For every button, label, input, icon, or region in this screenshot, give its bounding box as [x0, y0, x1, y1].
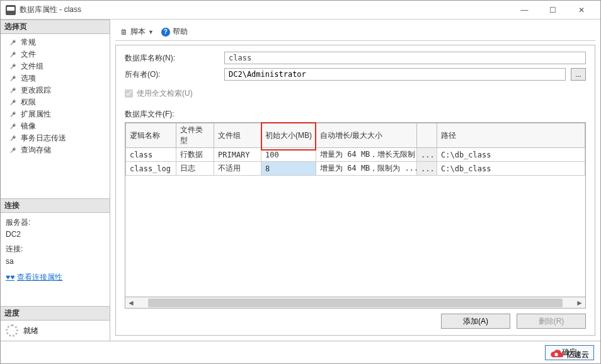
table-row[interactable]: class_log 日志 不适用 8 增量为 64 MB，限制为 ... ...…: [126, 162, 585, 176]
help-button[interactable]: ? 帮助: [159, 25, 190, 38]
brand-watermark: 亿速云: [547, 346, 598, 363]
toolbar: 🗎 脚本 ▼ ? 帮助: [115, 23, 595, 41]
close-button[interactable]: ✕: [567, 1, 595, 19]
col-init-size[interactable]: 初始大小(MB): [261, 123, 316, 148]
scroll-right-icon[interactable]: ►: [574, 299, 585, 307]
view-connection-label: 查看连接属性: [17, 271, 62, 283]
progress-status: 就绪: [23, 326, 38, 336]
sidebar-item-log-shipping[interactable]: 事务日志传送: [4, 132, 106, 144]
db-name-label: 数据库名称(N):: [125, 53, 219, 64]
cell-path[interactable]: C:\db_class: [437, 162, 585, 176]
sidebar-item-label: 事务日志传送: [21, 133, 66, 144]
wrench-icon: [9, 123, 17, 130]
wrench-icon: [9, 75, 17, 82]
sidebar-item-label: 权限: [21, 97, 36, 108]
col-filegroup[interactable]: 文件组: [214, 123, 261, 148]
maximize-button[interactable]: ☐: [539, 1, 567, 19]
col-logical-name[interactable]: 逻辑名称: [126, 123, 176, 148]
cell-path[interactable]: C:\db_class: [437, 148, 585, 162]
sidebar-item-query-store[interactable]: 查询存储: [4, 144, 106, 156]
col-ellipsis: [417, 123, 437, 148]
sidebar-item-general[interactable]: 常规: [4, 37, 106, 48]
cell-logical-name[interactable]: class_log: [126, 162, 176, 176]
owner-input[interactable]: [224, 68, 566, 81]
cell-file-type[interactable]: 日志: [176, 162, 214, 176]
owner-label: 所有者(O):: [125, 69, 219, 80]
sidebar-item-label: 查询存储: [21, 145, 51, 156]
cell-init-size[interactable]: 100: [261, 148, 316, 162]
remove-button-label: 删除(R): [539, 316, 564, 327]
sidebar-item-label: 常规: [21, 37, 36, 48]
sidebar-item-label: 文件: [21, 49, 36, 60]
cell-logical-name[interactable]: class: [126, 148, 176, 162]
col-autogrowth[interactable]: 自动增长/最大大小: [316, 123, 417, 148]
help-icon: ?: [161, 28, 170, 37]
cell-autogrowth[interactable]: 增量为 64 MB，限制为 ...: [316, 162, 417, 176]
sidebar-item-label: 选项: [21, 73, 36, 84]
sidebar-item-options[interactable]: 选项: [4, 72, 106, 84]
sidebar-item-filegroups[interactable]: 文件组: [4, 60, 106, 72]
connection-label: 连接:: [6, 243, 105, 255]
script-button[interactable]: 🗎 脚本 ▼: [118, 25, 156, 38]
remove-button: 删除(R): [517, 314, 586, 329]
sidebar-item-label: 更改跟踪: [21, 85, 51, 96]
scroll-thumb[interactable]: [148, 299, 563, 307]
horizontal-scrollbar[interactable]: ◄ ►: [125, 297, 585, 308]
cell-autogrowth[interactable]: 增量为 64 MB，增长无限制: [316, 148, 417, 162]
sidebar: 选择页 常规 文件 文件组 选项 更改跟踪 权限 扩展属性 镜像 事务日志传送 …: [1, 20, 110, 341]
wrench-icon: [9, 39, 17, 47]
autogrowth-edit-button[interactable]: ...: [417, 162, 437, 176]
cell-init-size[interactable]: 8: [261, 162, 316, 176]
connection-icon: ♥♥: [6, 271, 14, 283]
progress-spinner-icon: [6, 324, 18, 337]
wrench-icon: [9, 99, 17, 106]
table-row[interactable]: class 行数据 PRIMARY 100 增量为 64 MB，增长无限制 ..…: [126, 148, 585, 162]
dialog-footer: 确定 亿速云: [1, 341, 600, 363]
fulltext-label: 使用全文检索(U): [137, 88, 193, 99]
cell-filegroup[interactable]: 不适用: [214, 162, 261, 176]
db-name-value: class: [224, 52, 586, 64]
brand-text: 亿速云: [566, 350, 589, 360]
server-label: 服务器:: [6, 217, 105, 229]
wrench-icon: [9, 111, 17, 118]
sidebar-item-label: 镜像: [21, 121, 36, 132]
cell-filegroup[interactable]: PRIMARY: [214, 148, 261, 162]
chevron-down-icon: ▼: [148, 29, 154, 35]
cell-file-type[interactable]: 行数据: [176, 148, 214, 162]
add-button[interactable]: 添加(A): [441, 314, 510, 329]
files-grid[interactable]: 逻辑名称 文件类型 文件组 初始大小(MB) 自动增长/最大大小 路径: [125, 122, 586, 309]
col-path[interactable]: 路径: [437, 123, 585, 148]
col-file-type[interactable]: 文件类型: [176, 123, 214, 148]
sidebar-item-change-tracking[interactable]: 更改跟踪: [4, 84, 106, 96]
sidebar-item-label: 文件组: [21, 61, 43, 72]
view-connection-properties-link[interactable]: ♥♥ 查看连接属性: [6, 271, 62, 283]
wrench-icon: [9, 135, 17, 142]
database-icon: [6, 5, 16, 15]
add-button-label: 添加(A): [463, 316, 488, 327]
scroll-left-icon[interactable]: ◄: [125, 299, 137, 307]
wrench-icon: [9, 147, 17, 154]
svg-point-0: [554, 353, 558, 356]
select-pages-header: 选择页: [1, 20, 110, 34]
sidebar-item-permissions[interactable]: 权限: [4, 96, 106, 108]
minimize-button[interactable]: —: [510, 1, 539, 19]
script-icon: 🗎: [120, 28, 128, 37]
sidebar-item-files[interactable]: 文件: [4, 48, 106, 60]
window-title: 数据库属性 - class: [20, 4, 81, 15]
wrench-icon: [9, 51, 17, 59]
progress-row: 就绪: [1, 321, 110, 341]
wrench-icon: [9, 63, 17, 71]
server-value: DC2: [6, 229, 105, 241]
titlebar: 数据库属性 - class — ☐ ✕: [1, 1, 600, 20]
connection-value: sa: [6, 256, 105, 268]
sidebar-item-extended-properties[interactable]: 扩展属性: [4, 108, 106, 120]
fulltext-checkbox: [125, 89, 133, 98]
progress-header: 进度: [1, 306, 110, 321]
owner-browse-button[interactable]: ...: [571, 68, 586, 81]
content-panel: 数据库名称(N): class 所有者(O): ... 使用全文检索(U) 数据…: [115, 45, 595, 336]
wrench-icon: [9, 87, 17, 94]
sidebar-item-mirroring[interactable]: 镜像: [4, 120, 106, 132]
connection-body: 服务器: DC2 连接: sa ♥♥ 查看连接属性: [1, 213, 110, 287]
connection-header: 连接: [1, 198, 110, 213]
autogrowth-edit-button[interactable]: ...: [417, 148, 437, 162]
